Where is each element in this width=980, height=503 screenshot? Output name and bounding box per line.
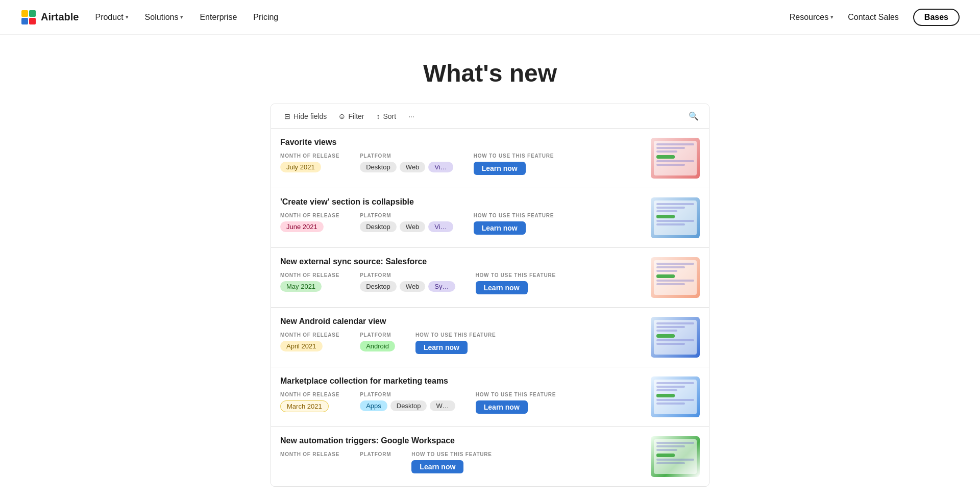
thumb-decoration: [656, 203, 694, 205]
learn-tags: Learn now: [474, 162, 554, 175]
thumb-decoration: [656, 326, 685, 328]
thumb-decoration: [656, 147, 685, 149]
platform-tag: Desktop: [360, 162, 397, 172]
thumb-decoration: [656, 263, 694, 265]
platform-tags: DesktopWebVi…: [360, 221, 453, 232]
platform-label: PLATFORM: [360, 332, 395, 338]
search-icon[interactable]: 🔍: [687, 109, 701, 123]
month-group: MONTH OF RELEASE: [280, 451, 339, 460]
month-tag: July 2021: [280, 162, 321, 172]
thumb-decoration: [656, 449, 677, 451]
feature-title: Favorite views: [280, 138, 642, 147]
nav-contact-sales[interactable]: Contact Sales: [848, 13, 899, 22]
platform-label: PLATFORM: [360, 451, 391, 457]
thumb-decoration: [656, 143, 694, 145]
how-label: HOW TO USE THIS FEATURE: [474, 153, 554, 159]
nav-pricing[interactable]: Pricing: [253, 13, 278, 22]
month-tag: June 2021: [280, 221, 324, 232]
platform-tag: Apps: [360, 400, 387, 411]
how-label: HOW TO USE THIS FEATURE: [415, 332, 496, 338]
thumb-decoration: [656, 210, 677, 212]
feature-thumbnail: [651, 197, 700, 238]
thumb-decoration: [656, 280, 694, 282]
learn-now-button[interactable]: Learn now: [474, 221, 526, 235]
platform-tag: Web: [400, 221, 426, 232]
chevron-down-icon: ▾: [830, 14, 834, 20]
learn-now-button[interactable]: Learn now: [474, 162, 526, 175]
more-button[interactable]: ···: [403, 110, 420, 123]
feature-content: New Android calendar view MONTH OF RELEA…: [280, 317, 642, 358]
learn-tags: Learn now: [415, 341, 496, 354]
learn-now-button[interactable]: Learn now: [415, 341, 468, 354]
platform-tags: DesktopWebVi…: [360, 162, 453, 172]
learn-now-button[interactable]: Learn now: [476, 281, 528, 294]
thumb-decoration: [656, 150, 677, 153]
nav-solutions[interactable]: Solutions ▾: [145, 13, 184, 22]
sort-button[interactable]: ↕ Sort: [372, 110, 402, 123]
platform-tag: Vi…: [428, 221, 453, 232]
nav-product[interactable]: Product ▾: [95, 13, 128, 22]
month-label: MONTH OF RELEASE: [280, 213, 339, 218]
learn-tags: Learn now: [411, 460, 492, 473]
thumb-decoration: [656, 160, 694, 162]
thumb-decoration: [656, 382, 694, 384]
feature-title: New external sync source: Salesforce: [280, 257, 642, 266]
feature-content: New automation triggers: Google Workspac…: [280, 436, 642, 477]
thumb-decoration: [656, 164, 685, 166]
month-tag: March 2021: [280, 400, 329, 412]
platform-tag: Desktop: [360, 281, 397, 292]
learn-now-button[interactable]: Learn now: [411, 460, 463, 473]
feature-meta: MONTH OF RELEASE PLATFORM HOW TO USE THI…: [280, 451, 642, 473]
feature-content: New external sync source: Salesforce MON…: [280, 257, 642, 298]
navbar: Airtable Product ▾ Solutions ▾ Enterpris…: [0, 0, 980, 35]
features-table: ⊟ Hide fields ⊜ Filter ↕ Sort ··· 🔍 Favo…: [271, 104, 709, 487]
thumb-decoration: [656, 215, 675, 218]
learn-tags: Learn now: [476, 400, 556, 414]
page: What's new ⊟ Hide fields ⊜ Filter ↕ Sort…: [0, 35, 980, 487]
feature-meta: MONTH OF RELEASE May 2021 PLATFORM Deskt…: [280, 272, 642, 294]
platform-group: PLATFORM Android: [360, 332, 395, 351]
feature-title: New automation triggers: Google Workspac…: [280, 436, 642, 445]
thumb-decoration: [656, 386, 685, 388]
how-group: HOW TO USE THIS FEATURE Learn now: [476, 272, 556, 294]
platform-tag: Web: [400, 162, 426, 172]
nav-enterprise[interactable]: Enterprise: [200, 13, 237, 22]
nav-left: Airtable Product ▾ Solutions ▾ Enterpris…: [20, 9, 278, 26]
thumb-decoration: [656, 220, 694, 222]
hide-fields-button[interactable]: ⊟ Hide fields: [279, 110, 332, 123]
feature-content: 'Create view' section is collapsible MON…: [280, 197, 642, 238]
feature-title: Marketplace collection for marketing tea…: [280, 376, 642, 386]
logo[interactable]: Airtable: [20, 9, 79, 26]
thumb-decoration: [656, 223, 685, 225]
platform-label: PLATFORM: [360, 153, 453, 159]
platform-tags: Android: [360, 341, 395, 351]
feature-meta: MONTH OF RELEASE July 2021 PLATFORM Desk…: [280, 153, 642, 175]
how-group: HOW TO USE THIS FEATURE Learn now: [476, 392, 556, 414]
how-group: HOW TO USE THIS FEATURE Learn now: [474, 213, 554, 235]
feature-thumbnail: [651, 257, 700, 298]
feature-meta: MONTH OF RELEASE June 2021 PLATFORM Desk…: [280, 213, 642, 235]
month-group: MONTH OF RELEASE March 2021: [280, 392, 339, 412]
feature-thumbnail: [651, 138, 700, 179]
sort-icon: ↕: [377, 112, 380, 120]
thumb-decoration: [656, 399, 694, 401]
platform-tag: Desktop: [390, 400, 427, 411]
thumb-decoration: [656, 330, 677, 332]
svg-rect-0: [21, 10, 28, 17]
learn-now-button[interactable]: Learn now: [476, 400, 528, 414]
thumb-decoration: [656, 207, 685, 209]
filter-button[interactable]: ⊜ Filter: [334, 110, 369, 123]
feature-thumbnail: [651, 436, 700, 477]
month-group: MONTH OF RELEASE June 2021: [280, 213, 339, 232]
nav-resources[interactable]: Resources ▾: [790, 13, 834, 22]
how-group: HOW TO USE THIS FEATURE Learn now: [415, 332, 496, 354]
feature-content: Favorite views MONTH OF RELEASE July 202…: [280, 138, 642, 179]
platform-label: PLATFORM: [360, 272, 455, 278]
bases-button[interactable]: Bases: [913, 9, 960, 26]
platform-tag: W…: [430, 400, 455, 411]
table-row: Marketplace collection for marketing tea…: [271, 367, 709, 427]
thumb-decoration: [656, 155, 675, 159]
thumb-decoration: [656, 394, 675, 397]
platform-tag: Sy…: [428, 281, 455, 292]
thumb-decoration: [656, 403, 685, 405]
